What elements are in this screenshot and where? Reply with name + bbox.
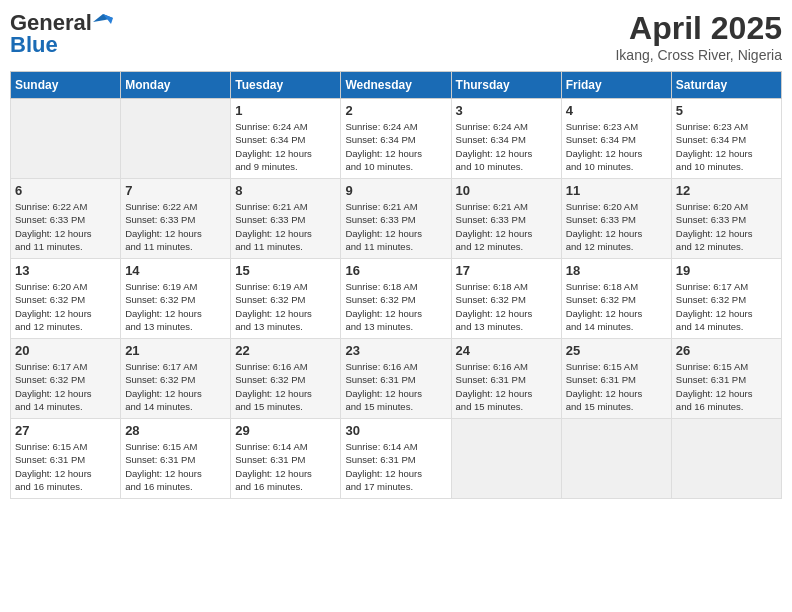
weekday-header-saturday: Saturday <box>671 72 781 99</box>
calendar-cell: 14Sunrise: 6:19 AMSunset: 6:32 PMDayligh… <box>121 259 231 339</box>
calendar-cell <box>671 419 781 499</box>
calendar-week-4: 20Sunrise: 6:17 AMSunset: 6:32 PMDayligh… <box>11 339 782 419</box>
calendar-cell <box>561 419 671 499</box>
day-number: 28 <box>125 423 226 438</box>
calendar-cell: 16Sunrise: 6:18 AMSunset: 6:32 PMDayligh… <box>341 259 451 339</box>
calendar-cell: 22Sunrise: 6:16 AMSunset: 6:32 PMDayligh… <box>231 339 341 419</box>
day-number: 10 <box>456 183 557 198</box>
calendar-cell: 21Sunrise: 6:17 AMSunset: 6:32 PMDayligh… <box>121 339 231 419</box>
location-subtitle: Ikang, Cross River, Nigeria <box>615 47 782 63</box>
calendar-cell: 19Sunrise: 6:17 AMSunset: 6:32 PMDayligh… <box>671 259 781 339</box>
day-number: 26 <box>676 343 777 358</box>
day-info: Sunrise: 6:16 AMSunset: 6:32 PMDaylight:… <box>235 360 336 413</box>
day-info: Sunrise: 6:20 AMSunset: 6:33 PMDaylight:… <box>566 200 667 253</box>
calendar-week-5: 27Sunrise: 6:15 AMSunset: 6:31 PMDayligh… <box>11 419 782 499</box>
day-info: Sunrise: 6:24 AMSunset: 6:34 PMDaylight:… <box>235 120 336 173</box>
weekday-header-thursday: Thursday <box>451 72 561 99</box>
day-info: Sunrise: 6:24 AMSunset: 6:34 PMDaylight:… <box>456 120 557 173</box>
title-block: April 2025 Ikang, Cross River, Nigeria <box>615 10 782 63</box>
day-info: Sunrise: 6:15 AMSunset: 6:31 PMDaylight:… <box>566 360 667 413</box>
day-number: 20 <box>15 343 116 358</box>
day-number: 13 <box>15 263 116 278</box>
day-info: Sunrise: 6:16 AMSunset: 6:31 PMDaylight:… <box>345 360 446 413</box>
weekday-header-row: SundayMondayTuesdayWednesdayThursdayFrid… <box>11 72 782 99</box>
weekday-header-monday: Monday <box>121 72 231 99</box>
day-info: Sunrise: 6:16 AMSunset: 6:31 PMDaylight:… <box>456 360 557 413</box>
day-number: 29 <box>235 423 336 438</box>
day-number: 12 <box>676 183 777 198</box>
calendar-cell: 4Sunrise: 6:23 AMSunset: 6:34 PMDaylight… <box>561 99 671 179</box>
day-number: 8 <box>235 183 336 198</box>
calendar-cell: 26Sunrise: 6:15 AMSunset: 6:31 PMDayligh… <box>671 339 781 419</box>
calendar-week-3: 13Sunrise: 6:20 AMSunset: 6:32 PMDayligh… <box>11 259 782 339</box>
day-number: 24 <box>456 343 557 358</box>
day-info: Sunrise: 6:21 AMSunset: 6:33 PMDaylight:… <box>235 200 336 253</box>
calendar-cell: 15Sunrise: 6:19 AMSunset: 6:32 PMDayligh… <box>231 259 341 339</box>
day-info: Sunrise: 6:22 AMSunset: 6:33 PMDaylight:… <box>125 200 226 253</box>
calendar-cell: 13Sunrise: 6:20 AMSunset: 6:32 PMDayligh… <box>11 259 121 339</box>
weekday-header-friday: Friday <box>561 72 671 99</box>
day-number: 1 <box>235 103 336 118</box>
day-number: 5 <box>676 103 777 118</box>
day-number: 21 <box>125 343 226 358</box>
day-info: Sunrise: 6:15 AMSunset: 6:31 PMDaylight:… <box>15 440 116 493</box>
calendar-cell: 28Sunrise: 6:15 AMSunset: 6:31 PMDayligh… <box>121 419 231 499</box>
day-info: Sunrise: 6:21 AMSunset: 6:33 PMDaylight:… <box>456 200 557 253</box>
day-number: 22 <box>235 343 336 358</box>
day-number: 11 <box>566 183 667 198</box>
calendar-week-1: 1Sunrise: 6:24 AMSunset: 6:34 PMDaylight… <box>11 99 782 179</box>
weekday-header-wednesday: Wednesday <box>341 72 451 99</box>
day-info: Sunrise: 6:24 AMSunset: 6:34 PMDaylight:… <box>345 120 446 173</box>
logo-blue: Blue <box>10 32 58 58</box>
day-number: 27 <box>15 423 116 438</box>
calendar-cell <box>121 99 231 179</box>
day-info: Sunrise: 6:22 AMSunset: 6:33 PMDaylight:… <box>15 200 116 253</box>
calendar-cell: 2Sunrise: 6:24 AMSunset: 6:34 PMDaylight… <box>341 99 451 179</box>
day-number: 15 <box>235 263 336 278</box>
calendar-cell: 30Sunrise: 6:14 AMSunset: 6:31 PMDayligh… <box>341 419 451 499</box>
day-number: 7 <box>125 183 226 198</box>
month-year-title: April 2025 <box>615 10 782 47</box>
calendar-cell: 9Sunrise: 6:21 AMSunset: 6:33 PMDaylight… <box>341 179 451 259</box>
day-info: Sunrise: 6:17 AMSunset: 6:32 PMDaylight:… <box>15 360 116 413</box>
day-number: 17 <box>456 263 557 278</box>
calendar-cell: 27Sunrise: 6:15 AMSunset: 6:31 PMDayligh… <box>11 419 121 499</box>
day-info: Sunrise: 6:18 AMSunset: 6:32 PMDaylight:… <box>566 280 667 333</box>
day-info: Sunrise: 6:21 AMSunset: 6:33 PMDaylight:… <box>345 200 446 253</box>
calendar-cell: 20Sunrise: 6:17 AMSunset: 6:32 PMDayligh… <box>11 339 121 419</box>
day-number: 23 <box>345 343 446 358</box>
calendar-cell: 18Sunrise: 6:18 AMSunset: 6:32 PMDayligh… <box>561 259 671 339</box>
calendar-cell: 6Sunrise: 6:22 AMSunset: 6:33 PMDaylight… <box>11 179 121 259</box>
calendar-table: SundayMondayTuesdayWednesdayThursdayFrid… <box>10 71 782 499</box>
logo-bird-icon <box>93 14 113 28</box>
day-info: Sunrise: 6:15 AMSunset: 6:31 PMDaylight:… <box>676 360 777 413</box>
calendar-cell: 17Sunrise: 6:18 AMSunset: 6:32 PMDayligh… <box>451 259 561 339</box>
day-info: Sunrise: 6:20 AMSunset: 6:33 PMDaylight:… <box>676 200 777 253</box>
day-info: Sunrise: 6:23 AMSunset: 6:34 PMDaylight:… <box>566 120 667 173</box>
day-number: 9 <box>345 183 446 198</box>
day-number: 16 <box>345 263 446 278</box>
day-info: Sunrise: 6:18 AMSunset: 6:32 PMDaylight:… <box>456 280 557 333</box>
calendar-cell: 23Sunrise: 6:16 AMSunset: 6:31 PMDayligh… <box>341 339 451 419</box>
calendar-cell: 8Sunrise: 6:21 AMSunset: 6:33 PMDaylight… <box>231 179 341 259</box>
calendar-cell <box>451 419 561 499</box>
day-number: 3 <box>456 103 557 118</box>
calendar-cell: 7Sunrise: 6:22 AMSunset: 6:33 PMDaylight… <box>121 179 231 259</box>
day-number: 18 <box>566 263 667 278</box>
weekday-header-sunday: Sunday <box>11 72 121 99</box>
calendar-cell: 1Sunrise: 6:24 AMSunset: 6:34 PMDaylight… <box>231 99 341 179</box>
day-info: Sunrise: 6:20 AMSunset: 6:32 PMDaylight:… <box>15 280 116 333</box>
calendar-cell: 11Sunrise: 6:20 AMSunset: 6:33 PMDayligh… <box>561 179 671 259</box>
calendar-cell: 25Sunrise: 6:15 AMSunset: 6:31 PMDayligh… <box>561 339 671 419</box>
day-info: Sunrise: 6:23 AMSunset: 6:34 PMDaylight:… <box>676 120 777 173</box>
day-number: 19 <box>676 263 777 278</box>
day-info: Sunrise: 6:19 AMSunset: 6:32 PMDaylight:… <box>235 280 336 333</box>
calendar-cell: 12Sunrise: 6:20 AMSunset: 6:33 PMDayligh… <box>671 179 781 259</box>
day-number: 4 <box>566 103 667 118</box>
day-info: Sunrise: 6:14 AMSunset: 6:31 PMDaylight:… <box>345 440 446 493</box>
day-info: Sunrise: 6:17 AMSunset: 6:32 PMDaylight:… <box>676 280 777 333</box>
calendar-cell: 24Sunrise: 6:16 AMSunset: 6:31 PMDayligh… <box>451 339 561 419</box>
logo: General Blue <box>10 10 113 58</box>
calendar-cell: 29Sunrise: 6:14 AMSunset: 6:31 PMDayligh… <box>231 419 341 499</box>
day-number: 6 <box>15 183 116 198</box>
